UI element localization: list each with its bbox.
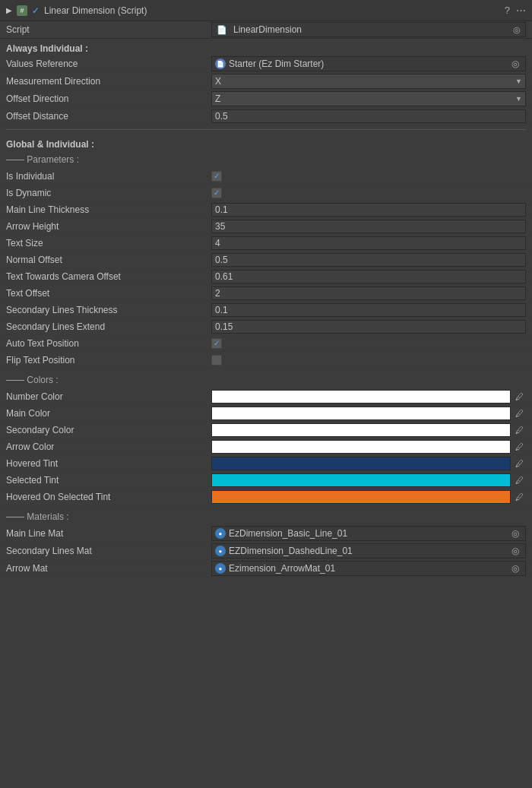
script-file-icon: 📄	[217, 25, 227, 35]
arrow-height-label: Arrow Height	[6, 221, 211, 232]
arrow-mat-object[interactable]: ● Ezimension_ArrowMat_01 ◎	[211, 561, 526, 576]
help-icon[interactable]: ?	[505, 5, 510, 16]
selected-tint-swatch[interactable]	[211, 473, 511, 487]
arrow-mat-select[interactable]: ◎	[508, 562, 522, 575]
global-individual-header: Global & Individual :	[0, 134, 532, 151]
secondary-lines-extend-value[interactable]	[211, 320, 526, 334]
script-name: LinearDimension	[233, 24, 302, 35]
main-line-thickness-value[interactable]	[211, 203, 526, 217]
offset-direction-label: Offset Direction	[6, 93, 211, 104]
secondary-lines-extend-input[interactable]	[211, 320, 526, 334]
secondary-lines-thickness-label: Secondary Lines Thickness	[6, 305, 211, 315]
values-reference-label: Values Reference	[6, 59, 211, 69]
flip-text-position-row: Flip Text Position	[0, 352, 532, 369]
selected-tint-value: 🖊	[211, 473, 526, 487]
main-color-value: 🖊	[211, 407, 526, 420]
offset-distance-label: Offset Distance	[6, 111, 211, 122]
main-line-mat-value[interactable]: ● EzDimension_Basic_Line_01 ◎	[211, 526, 526, 541]
hovered-tint-swatch[interactable]	[211, 457, 511, 470]
inspector-panel: ▶ # ✓ Linear Dimension (Script) ? ⋯ Scri…	[0, 0, 532, 578]
main-line-mat-name: EzDimension_Basic_Line_01	[229, 528, 505, 539]
number-color-picker[interactable]: 🖊	[512, 390, 526, 403]
script-value-field[interactable]: 📄 LinearDimension ◎	[211, 22, 526, 37]
arrow-height-value[interactable]	[211, 220, 526, 233]
arrow-height-input[interactable]	[211, 220, 526, 233]
arrow-height-row: Arrow Height	[0, 218, 532, 235]
main-line-mat-object[interactable]: ● EzDimension_Basic_Line_01 ◎	[211, 526, 526, 541]
measurement-direction-dropdown[interactable]: X ▼	[211, 74, 526, 89]
secondary-lines-mat-select[interactable]: ◎	[508, 544, 522, 558]
hovered-tint-label: Hovered Tint	[6, 458, 211, 469]
secondary-lines-mat-name: EZDimension_DashedLine_01	[229, 546, 505, 556]
secondary-color-swatch[interactable]	[211, 423, 511, 437]
separator-1	[6, 129, 526, 130]
secondary-color-row: Secondary Color 🖊	[0, 422, 532, 438]
offset-direction-dropdown[interactable]: Z ▼	[211, 91, 526, 106]
secondary-color-picker[interactable]: 🖊	[512, 423, 526, 437]
arrow-mat-label: Arrow Mat	[6, 563, 211, 574]
values-reference-field[interactable]: 📄 Starter (Ez Dim Starter) ◎	[211, 56, 526, 71]
normal-offset-input[interactable]	[211, 253, 526, 267]
normal-offset-value[interactable]	[211, 253, 526, 267]
selected-tint-picker[interactable]: 🖊	[512, 473, 526, 487]
values-ref-select[interactable]: ◎	[508, 57, 522, 71]
script-select-icon[interactable]: ◎	[513, 25, 521, 35]
colors-header-text: —— Colors :	[6, 375, 59, 385]
text-size-value[interactable]	[211, 236, 526, 250]
offset-distance-row: Offset Distance	[0, 108, 532, 125]
main-color-swatch[interactable]	[211, 407, 511, 420]
title-actions: ? ⋯	[505, 5, 526, 16]
secondary-color-label: Secondary Color	[6, 425, 211, 435]
text-size-input[interactable]	[211, 236, 526, 250]
hovered-on-selected-tint-swatch[interactable]	[211, 490, 511, 504]
secondary-lines-mat-row: Secondary Lines Mat ● EZDimension_Dashed…	[0, 543, 532, 560]
secondary-lines-thickness-input[interactable]	[211, 303, 526, 317]
main-line-mat-select[interactable]: ◎	[508, 527, 522, 540]
offset-distance-input[interactable]	[211, 109, 526, 123]
secondary-lines-thickness-value[interactable]	[211, 303, 526, 317]
main-line-mat-row: Main Line Mat ● EzDimension_Basic_Line_0…	[0, 525, 532, 543]
arrow-color-label: Arrow Color	[6, 441, 211, 452]
flip-text-position-checkbox[interactable]	[211, 355, 222, 366]
main-line-thickness-input[interactable]	[211, 203, 526, 217]
hovered-on-selected-tint-picker[interactable]: 🖊	[512, 490, 526, 504]
is-individual-checkbox[interactable]: ✓	[211, 171, 222, 182]
secondary-lines-mat-value[interactable]: ● EZDimension_DashedLine_01 ◎	[211, 543, 526, 559]
secondary-color-value: 🖊	[211, 423, 526, 437]
text-offset-row: Text Offset	[0, 285, 532, 302]
number-color-row: Number Color 🖊	[0, 388, 532, 405]
arrow-color-picker[interactable]: 🖊	[512, 440, 526, 454]
hovered-tint-picker[interactable]: 🖊	[512, 457, 526, 470]
overflow-icon[interactable]: ⋯	[516, 5, 526, 16]
text-offset-input[interactable]	[211, 286, 526, 300]
arrow-color-swatch[interactable]	[211, 440, 511, 454]
enabled-check[interactable]: ✓	[32, 5, 40, 16]
number-color-swatch[interactable]	[211, 390, 511, 403]
offset-direction-value[interactable]: Z ▼	[211, 91, 526, 106]
normal-offset-label: Normal Offset	[6, 255, 211, 265]
collapse-arrow[interactable]: ▶	[6, 6, 12, 14]
measurement-direction-value[interactable]: X ▼	[211, 74, 526, 89]
offset-distance-value[interactable]	[211, 109, 526, 123]
text-towards-camera-label: Text Towards Camera Offset	[6, 271, 211, 282]
is-individual-value: ✓	[211, 171, 526, 182]
secondary-lines-thickness-row: Secondary Lines Thickness	[0, 302, 532, 318]
values-ref-icon: 📄	[215, 59, 226, 69]
text-offset-value[interactable]	[211, 286, 526, 300]
is-dynamic-value: ✓	[211, 188, 526, 198]
main-line-thickness-label: Main Line Thickness	[6, 204, 211, 215]
values-reference-object[interactable]: 📄 Starter (Ez Dim Starter) ◎	[211, 56, 526, 71]
main-color-field: 🖊	[211, 407, 526, 420]
auto-text-position-row: Auto Text Position ✓	[0, 335, 532, 352]
auto-text-position-value: ✓	[211, 338, 526, 349]
secondary-lines-mat-object[interactable]: ● EZDimension_DashedLine_01 ◎	[211, 543, 526, 559]
main-line-thickness-row: Main Line Thickness	[0, 201, 532, 218]
main-color-picker[interactable]: 🖊	[512, 407, 526, 420]
is-dynamic-checkbox[interactable]: ✓	[211, 188, 222, 198]
values-ref-name: Starter (Ez Dim Starter)	[229, 59, 505, 69]
text-towards-camera-value[interactable]	[211, 270, 526, 283]
offset-direction-text: Z	[215, 93, 220, 104]
text-towards-camera-input[interactable]	[211, 270, 526, 283]
auto-text-position-checkbox[interactable]: ✓	[211, 338, 222, 349]
arrow-mat-value[interactable]: ● Ezimension_ArrowMat_01 ◎	[211, 561, 526, 576]
